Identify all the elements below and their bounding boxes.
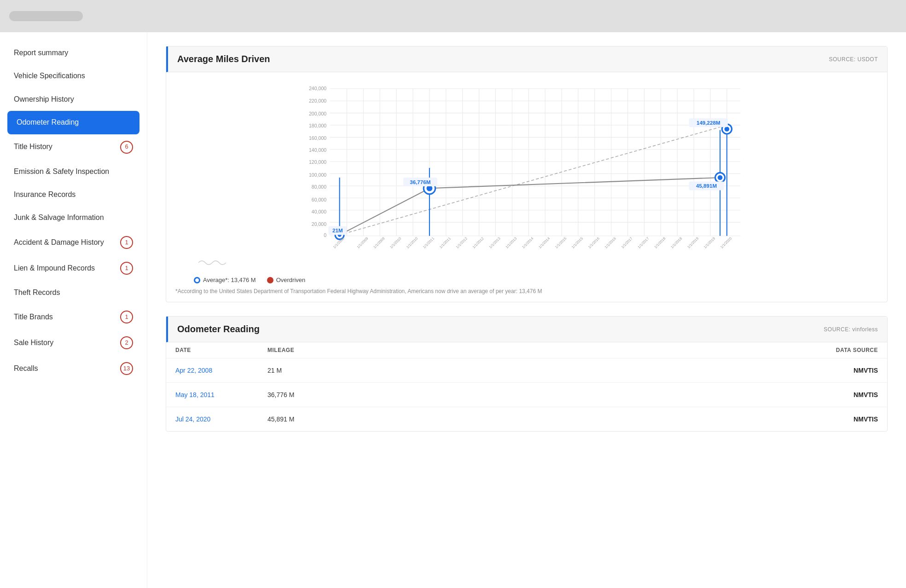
col-date: DATE xyxy=(175,347,267,353)
legend-overdriven-label: Overdriven xyxy=(276,277,306,283)
table-row: May 18, 201136,776 MNMVTIS xyxy=(166,383,887,407)
svg-text:1/1/2012: 1/1/2012 xyxy=(455,236,468,249)
sidebar-badge-sale-history: 2 xyxy=(120,336,133,349)
table-cell-mileage: 21 M xyxy=(267,367,786,374)
sidebar-badge-title-history: 6 xyxy=(120,141,133,154)
svg-text:1/1/2013: 1/1/2013 xyxy=(505,236,518,249)
table-section: Odometer Reading SOURCE: vinforless DATE… xyxy=(166,316,888,432)
legend-average-label: Average*: 13,476 M xyxy=(203,277,256,283)
sidebar-item-label: Junk & Salvage Information xyxy=(14,213,104,223)
svg-text:1/1/2011: 1/1/2011 xyxy=(439,236,452,249)
sidebar-item-title-history[interactable]: Title History6 xyxy=(0,134,147,160)
sidebar-item-odometer-reading[interactable]: Odometer Reading xyxy=(7,111,139,134)
sidebar-item-label: Ownership History xyxy=(14,94,74,104)
svg-text:1/1/2016: 1/1/2016 xyxy=(587,236,601,249)
sidebar-item-label: Odometer Reading xyxy=(17,117,79,127)
table-row: Jul 24, 202045,891 MNMVTIS xyxy=(166,407,887,431)
table-title: Odometer Reading xyxy=(177,324,260,334)
sidebar-item-label: Report summary xyxy=(14,48,68,58)
svg-point-60 xyxy=(718,175,723,180)
sidebar-item-sale-history[interactable]: Sale History2 xyxy=(0,330,147,356)
svg-text:20,000: 20,000 xyxy=(312,221,326,227)
svg-text:40,000: 40,000 xyxy=(312,209,326,214)
table-row: Apr 22, 200821 MNMVTIS xyxy=(166,358,887,383)
table-cell-source: NMVTIS xyxy=(786,367,878,374)
svg-text:1/1/2017: 1/1/2017 xyxy=(637,236,650,249)
svg-text:1/1/2009: 1/1/2009 xyxy=(356,236,370,249)
svg-text:1/1/2010: 1/1/2010 xyxy=(406,236,419,249)
table-cell-mileage: 36,776 M xyxy=(267,391,786,398)
table-cell-source: NMVTIS xyxy=(786,391,878,398)
main-layout: Report summaryVehicle SpecificationsOwne… xyxy=(0,32,906,588)
svg-text:1/1/2014: 1/1/2014 xyxy=(538,236,551,249)
svg-line-50 xyxy=(340,125,727,235)
svg-text:149,228M: 149,228M xyxy=(697,120,720,126)
chart-source: SOURCE: USDOT xyxy=(829,56,878,63)
legend-average: Average*: 13,476 M xyxy=(194,277,256,283)
chart-section: Average Miles Driven SOURCE: USDOT 240,0… xyxy=(166,46,888,302)
table-source: SOURCE: vinforless xyxy=(824,326,878,333)
svg-text:180,000: 180,000 xyxy=(309,123,326,128)
svg-text:1/1/2014: 1/1/2014 xyxy=(521,236,534,249)
svg-text:1/1/2019: 1/1/2019 xyxy=(686,236,700,249)
sidebar-item-emission-safety[interactable]: Emission & Safety Inspection xyxy=(0,160,147,183)
table-rows: Apr 22, 200821 MNMVTISMay 18, 201136,776… xyxy=(166,358,887,431)
svg-text:1/1/2013: 1/1/2013 xyxy=(488,236,502,249)
sidebar-item-insurance-records[interactable]: Insurance Records xyxy=(0,183,147,206)
wave-icon xyxy=(198,258,226,267)
svg-text:1/1/2018: 1/1/2018 xyxy=(654,236,667,249)
chart-section-header: Average Miles Driven SOURCE: USDOT xyxy=(166,46,887,72)
legend-average-dot xyxy=(194,277,200,283)
sidebar-item-vehicle-specifications[interactable]: Vehicle Specifications xyxy=(0,64,147,87)
sidebar-item-label: Title History xyxy=(14,142,52,152)
svg-text:1/1/2018: 1/1/2018 xyxy=(670,236,683,249)
col-mileage: MILEAGE xyxy=(267,347,786,353)
table-cell-date: Apr 22, 2008 xyxy=(175,367,267,374)
table-cell-date: Jul 24, 2020 xyxy=(175,415,267,423)
sidebar-item-accident-damage[interactable]: Accident & Damage History1 xyxy=(0,230,147,255)
svg-text:1/1/2017: 1/1/2017 xyxy=(621,236,633,249)
main-content: Average Miles Driven SOURCE: USDOT 240,0… xyxy=(147,32,906,588)
sidebar-item-label: Sale History xyxy=(14,338,53,348)
sidebar-item-title-brands[interactable]: Title Brands1 xyxy=(0,304,147,330)
sidebar-item-theft-records[interactable]: Theft Records xyxy=(0,281,147,304)
svg-text:120,000: 120,000 xyxy=(309,159,326,165)
sidebar-item-label: Title Brands xyxy=(14,312,53,322)
sidebar-item-label: Emission & Safety Inspection xyxy=(14,167,109,177)
svg-text:45,891M: 45,891M xyxy=(696,183,717,189)
chart-footnote: *According to the United States Departme… xyxy=(166,285,887,302)
svg-text:36,776M: 36,776M xyxy=(410,179,430,185)
sidebar-item-recalls[interactable]: Recalls13 xyxy=(0,356,147,381)
svg-text:1/1/2020: 1/1/2020 xyxy=(720,236,733,249)
table-cell-mileage: 45,891 M xyxy=(267,415,786,423)
svg-text:140,000: 140,000 xyxy=(309,147,326,153)
svg-text:1/1/2012: 1/1/2012 xyxy=(472,236,485,249)
col-source: DATA SOURCE xyxy=(786,347,878,353)
sidebar-item-label: Accident & Damage History xyxy=(14,237,104,248)
sidebar-item-label: Insurance Records xyxy=(14,190,76,200)
sidebar: Report summaryVehicle SpecificationsOwne… xyxy=(0,32,147,588)
legend-overdriven: Overdriven xyxy=(267,277,306,283)
svg-text:80,000: 80,000 xyxy=(312,184,326,190)
svg-text:60,000: 60,000 xyxy=(312,197,326,202)
svg-text:1/1/2011: 1/1/2011 xyxy=(422,236,436,249)
legend-overdriven-dot xyxy=(267,277,273,283)
chart-svg: 240,000 220,000 200,000 180,000 160,000 … xyxy=(175,81,878,256)
svg-text:160,000: 160,000 xyxy=(309,135,326,141)
sidebar-item-junk-salvage[interactable]: Junk & Salvage Information xyxy=(0,206,147,229)
sidebar-badge-recalls: 13 xyxy=(120,362,133,375)
svg-text:1/1/2009: 1/1/2009 xyxy=(372,236,386,249)
top-bar-pill xyxy=(9,11,83,21)
table-cell-source: NMVTIS xyxy=(786,415,878,423)
table-section-header: Odometer Reading SOURCE: vinforless xyxy=(166,317,887,342)
sidebar-badge-title-brands: 1 xyxy=(120,311,133,323)
sidebar-item-ownership-history[interactable]: Ownership History xyxy=(0,88,147,111)
svg-point-62 xyxy=(725,127,730,132)
sidebar-item-label: Lien & Impound Records xyxy=(14,263,95,273)
sidebar-item-lien-impound[interactable]: Lien & Impound Records1 xyxy=(0,255,147,281)
svg-text:100,000: 100,000 xyxy=(309,172,326,178)
sidebar-item-report-summary[interactable]: Report summary xyxy=(0,41,147,64)
sidebar-item-label: Theft Records xyxy=(14,288,60,298)
svg-text:220,000: 220,000 xyxy=(309,98,326,104)
sidebar-badge-accident-damage: 1 xyxy=(120,236,133,249)
